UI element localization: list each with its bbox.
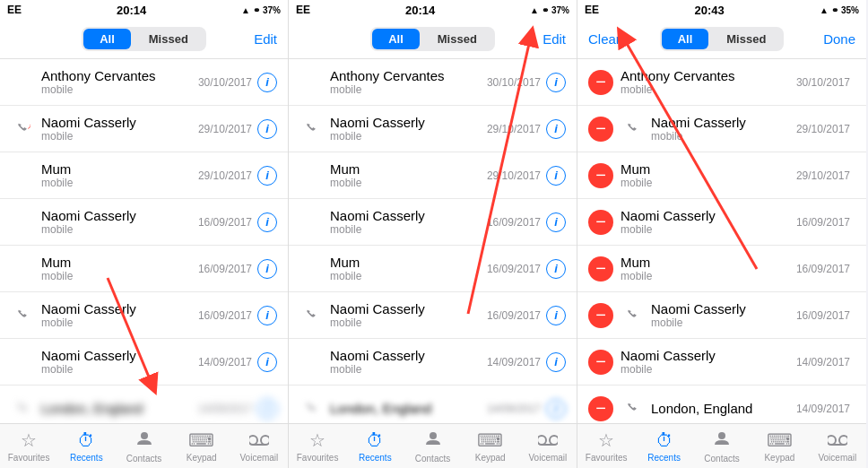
- tab-label: Keypad: [475, 453, 506, 463]
- call-item: London, England 14/09/2017 i: [0, 386, 288, 423]
- call-name: Naomi Casserly: [41, 115, 198, 130]
- bluetooth-icon: ⚭: [253, 5, 260, 15]
- delete-button[interactable]: [588, 210, 613, 235]
- carrier-1: EE: [7, 4, 22, 16]
- info-button[interactable]: i: [546, 259, 566, 279]
- tab-missed-2[interactable]: Missed: [421, 29, 493, 49]
- call-subtype: mobile: [41, 223, 198, 236]
- tab-recents-3[interactable]: ⏱ Recents: [635, 430, 692, 463]
- tab-favourites-3[interactable]: ☆ Favourites: [577, 429, 635, 463]
- tab-favourites-1[interactable]: ☆ Favourites: [0, 429, 57, 463]
- call-item: London, England 14/09/2017 i: [289, 386, 577, 423]
- tab-all-3[interactable]: All: [662, 29, 709, 49]
- call-item: Naomi Casserly mobile 29/10/2017: [577, 106, 866, 152]
- call-subtype: mobile: [651, 130, 796, 143]
- keypad-icon: ⌨: [477, 429, 503, 451]
- call-item: Mum mobile 16/09/2017 i: [0, 246, 288, 292]
- call-type-icon: [621, 402, 646, 416]
- delete-button[interactable]: [588, 70, 613, 95]
- clear-button[interactable]: Clear: [588, 31, 621, 47]
- status-icons-1: ▲ ⚭ 37%: [241, 5, 281, 15]
- status-bar-2: EE 20:14 ▲ ⚭ 37%: [289, 0, 577, 20]
- info-button[interactable]: i: [546, 166, 566, 186]
- tab-label: Keypad: [187, 453, 217, 463]
- call-name: Naomi Casserly: [41, 301, 198, 316]
- call-item: Anthony Cervantes mobile 30/10/2017 i: [289, 59, 577, 106]
- tab-label: Recents: [359, 453, 392, 463]
- info-button[interactable]: i: [257, 259, 277, 279]
- call-subtype: mobile: [41, 270, 198, 282]
- call-date: 14/09/2017: [198, 403, 252, 415]
- tab-favourites-2[interactable]: ☆ Favourites: [289, 429, 346, 463]
- time-1: 20:14: [117, 4, 146, 17]
- info-button[interactable]: i: [546, 73, 566, 92]
- tab-missed-3[interactable]: Missed: [710, 29, 782, 49]
- edit-button-2[interactable]: Edit: [542, 31, 566, 47]
- call-type-icon: [299, 308, 325, 323]
- tab-voicemail-1[interactable]: Voicemail: [230, 430, 288, 463]
- info-button[interactable]: i: [257, 166, 277, 186]
- info-button[interactable]: i: [546, 399, 566, 419]
- delete-button[interactable]: [588, 256, 613, 282]
- tab-keypad-2[interactable]: ⌨ Keypad: [462, 429, 519, 463]
- delete-button[interactable]: [588, 350, 613, 375]
- call-date: 30/10/2017: [796, 76, 850, 89]
- tab-contacts-1[interactable]: Contacts: [115, 429, 172, 464]
- info-button[interactable]: i: [257, 212, 277, 232]
- delete-button[interactable]: [588, 117, 613, 142]
- call-date: 14/09/2017: [487, 403, 541, 415]
- tab-recents-1[interactable]: ⏱ Recents: [57, 430, 115, 463]
- call-date: 16/09/2017: [796, 216, 850, 229]
- info-button[interactable]: i: [546, 119, 566, 139]
- call-item: Mum mobile 16/09/2017: [577, 246, 866, 292]
- call-name: London, England: [330, 401, 487, 416]
- contacts-icon: [424, 429, 442, 452]
- call-name: Mum: [330, 161, 487, 177]
- tab-keypad-1[interactable]: ⌨ Keypad: [173, 429, 230, 463]
- call-item: Naomi Casserly mobile 16/09/2017: [577, 292, 866, 339]
- tab-voicemail-2[interactable]: Voicemail: [519, 430, 577, 463]
- tab-keypad-3[interactable]: ⌨ Keypad: [751, 429, 808, 463]
- call-name: Naomi Casserly: [651, 301, 796, 316]
- star-icon: ☆: [598, 429, 614, 451]
- voicemail-icon: [538, 430, 558, 451]
- tab-label: Voicemail: [529, 453, 568, 463]
- info-button[interactable]: i: [546, 306, 566, 325]
- carrier-2: EE: [296, 4, 310, 16]
- info-button[interactable]: i: [257, 352, 277, 372]
- call-name: Anthony Cervantes: [621, 68, 796, 83]
- wifi-icon: ▲: [241, 5, 250, 15]
- info-button[interactable]: i: [257, 73, 277, 92]
- delete-button[interactable]: [588, 303, 613, 328]
- delete-button[interactable]: [588, 163, 613, 188]
- call-info: Naomi Casserly mobile: [41, 301, 198, 329]
- status-icons-3: ▲ ⚭ 35%: [820, 5, 859, 15]
- delete-button[interactable]: [588, 396, 613, 421]
- call-name: Mum: [41, 161, 198, 177]
- tab-contacts-3[interactable]: Contacts: [693, 429, 751, 464]
- call-info: Naomi Casserly mobile: [41, 115, 198, 143]
- call-type-icon: [299, 122, 325, 136]
- carrier-3: EE: [585, 4, 599, 16]
- tab-missed-1[interactable]: Missed: [133, 29, 204, 49]
- done-button[interactable]: Done: [823, 31, 855, 47]
- info-button[interactable]: i: [257, 119, 277, 139]
- tab-contacts-2[interactable]: Contacts: [404, 429, 461, 464]
- call-type-icon: [621, 308, 646, 323]
- call-type-icon: [11, 402, 36, 416]
- edit-button-1[interactable]: Edit: [254, 31, 277, 47]
- info-button[interactable]: i: [546, 352, 566, 372]
- svg-point-3: [261, 436, 269, 445]
- info-button[interactable]: i: [546, 212, 566, 232]
- info-button[interactable]: i: [257, 306, 277, 325]
- tab-all-2[interactable]: All: [372, 29, 420, 49]
- call-info: Naomi Casserly mobile: [330, 115, 487, 143]
- svg-point-15: [839, 436, 847, 445]
- tab-all-1[interactable]: All: [83, 29, 131, 49]
- tab-recents-2[interactable]: ⏱ Recents: [346, 430, 404, 463]
- tab-voicemail-3[interactable]: Voicemail: [809, 430, 866, 463]
- call-item: Naomi Casserly mobile 14/09/2017: [577, 339, 866, 386]
- call-name: Naomi Casserly: [330, 115, 487, 130]
- info-button[interactable]: i: [257, 399, 277, 419]
- call-item: Naomi Casserly mobile 14/09/2017 i: [289, 339, 577, 386]
